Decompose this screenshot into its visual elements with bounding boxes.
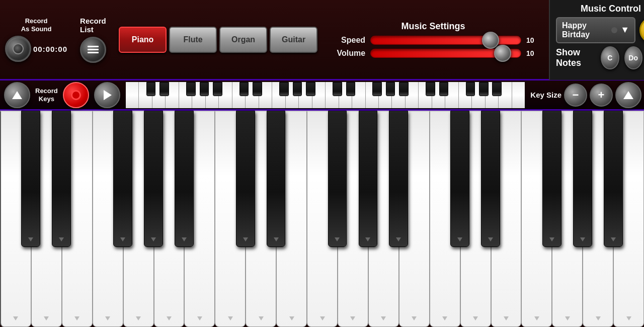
speed-label: Speed [328,36,365,45]
list-icon [88,46,99,53]
instrument-piano[interactable]: Piano [119,27,167,53]
mini-white-key [512,82,525,108]
key-size-decrease-button[interactable]: − [564,84,587,107]
show-notes-label: Show Notes [556,47,596,68]
mini-white-key [419,82,432,108]
key-arrow-icon [626,316,631,320]
white-key[interactable] [184,111,215,327]
record-list-knob[interactable] [80,37,106,63]
speed-row: Speed 10 [328,36,539,45]
mini-white-key [272,82,285,108]
mini-white-key [166,82,179,108]
key-arrow-icon [381,316,386,320]
song-selector[interactable]: Happy Birtday ▼ [556,17,635,43]
white-key[interactable] [154,111,185,327]
key-arrow-icon [442,316,447,320]
key-arrow-icon [534,316,539,320]
mini-white-key [472,82,485,108]
mini-white-key [326,82,339,108]
record-knob[interactable] [5,36,31,62]
white-key[interactable] [276,111,307,327]
scroll-up-icon [12,91,22,99]
white-key[interactable] [552,111,583,327]
key-size-up-button[interactable] [615,82,641,108]
white-key[interactable] [246,111,276,327]
scroll-up-button[interactable] [4,82,30,108]
key-size-increase-button[interactable]: + [590,84,613,107]
piano-wrapper [0,111,644,327]
white-key[interactable] [613,111,644,327]
minus-icon: − [573,89,579,102]
play-keys-button[interactable] [94,82,120,108]
middle-bar: RecordKeys [0,80,644,111]
instrument-flute[interactable]: Flute [169,27,217,53]
white-key[interactable] [307,111,338,327]
key-arrow-icon [167,316,172,320]
key-arrow-icon [565,316,570,320]
white-key[interactable] [123,111,154,327]
volume-slider-thumb[interactable] [494,45,511,62]
list-line-3 [88,52,99,53]
mini-white-key [406,82,419,108]
mini-white-key [312,82,326,108]
volume-label: Volume [328,49,365,58]
white-key[interactable] [31,111,62,327]
key-arrow-icon [197,316,202,320]
volume-slider-track[interactable] [370,49,521,58]
key-arrow-icon [350,316,355,320]
list-line-2 [88,49,99,50]
key-arrow-icon [320,316,325,320]
key-arrow-icon [504,316,509,320]
white-key[interactable] [368,111,399,327]
speed-slider-track[interactable] [370,36,521,45]
music-settings-section: Music Settings Speed 10 Volume 10 [317,16,549,63]
record-as-sound-section: RecordAs Sound 00:00:00 [0,13,72,66]
plus-icon: + [598,89,605,102]
play-button[interactable] [639,17,644,43]
song-name: Happy Birtday [562,21,611,39]
white-key[interactable] [521,111,552,327]
record-list-section: Record List [72,13,114,67]
record-list-label: Record List [80,17,106,34]
key-arrow-icon [412,316,417,320]
mini-white-key [139,82,152,108]
mini-white-key [379,82,392,108]
speed-slider-thumb[interactable] [482,32,499,49]
white-key[interactable] [430,111,460,327]
white-key[interactable] [460,111,491,327]
volume-row: Volume 10 [328,49,539,58]
white-key[interactable] [215,111,246,327]
note-do-knob[interactable]: Do [624,46,642,69]
record-button[interactable] [63,82,89,108]
white-key[interactable] [62,111,93,327]
key-size-label: Key Size [530,91,561,99]
record-icon [71,90,81,100]
show-notes-row: Show Notes C Do ✦ [556,46,644,69]
white-key[interactable] [338,111,368,327]
note-c-knob[interactable]: C [601,46,619,69]
mini-white-key [259,82,272,108]
mini-white-key [232,82,246,108]
mini-white-key [246,82,259,108]
speed-value: 10 [526,36,539,44]
white-key[interactable] [491,111,522,327]
mini-white-key [352,82,365,108]
white-key[interactable] [583,111,613,327]
white-key[interactable] [399,111,430,327]
mini-white-key [126,82,139,108]
volume-value: 10 [526,49,539,57]
key-arrow-icon [44,316,49,320]
white-key[interactable] [93,111,123,327]
key-arrow-icon [228,316,233,320]
instrument-organ[interactable]: Organ [219,27,267,53]
key-arrow-icon [259,316,264,320]
play-keys-icon [104,90,112,100]
mini-white-key [392,82,405,108]
key-arrow-icon [289,316,294,320]
mini-white-key [459,82,472,108]
instrument-guitar[interactable]: Guitar [270,27,317,53]
instruments-section: Piano Flute Organ Guitar [119,27,317,53]
white-key[interactable] [0,111,31,327]
record-as-sound-label: RecordAs Sound [21,17,52,33]
music-control-title: Music Control [556,4,644,14]
